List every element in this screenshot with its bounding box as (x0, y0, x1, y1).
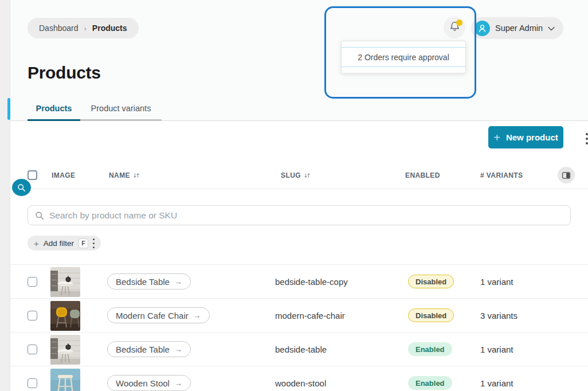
variant-count: 3 variants (480, 311, 518, 320)
product-slug: bedside-table-copy (275, 277, 348, 287)
page-title: Products (28, 63, 101, 83)
user-name: Super Admin (495, 24, 543, 33)
breadcrumb-separator: › (84, 24, 87, 33)
search-input[interactable] (49, 210, 563, 221)
arrow-right-icon: → (174, 277, 182, 286)
row-checkbox[interactable] (28, 378, 37, 388)
column-visibility-button[interactable] (558, 167, 575, 183)
product-name-link[interactable]: Bedside Table → (107, 341, 191, 357)
notifications-button[interactable] (444, 17, 465, 38)
search-icon (35, 211, 44, 220)
row-checkbox[interactable] (28, 277, 37, 287)
status-badge: Disabled (408, 308, 454, 322)
toolbar-kebab-menu[interactable] (583, 131, 588, 147)
product-slug: wooden-stool (275, 378, 326, 388)
new-product-button[interactable]: + New product (488, 126, 563, 148)
arrow-right-icon: → (174, 345, 182, 354)
breadcrumb-products[interactable]: Products (92, 24, 127, 33)
status-badge: Enabled (408, 342, 452, 356)
product-name-link[interactable]: Modern Cafe Chair → (107, 307, 210, 323)
header-separator (10, 189, 588, 189)
product-image[interactable] (50, 267, 80, 297)
column-header-slug[interactable]: SLUG (281, 171, 311, 179)
variant-count: 1 variant (480, 378, 513, 388)
column-header-name[interactable]: NAME (109, 171, 140, 179)
row-checkbox[interactable] (28, 311, 37, 320)
table-row: Modern Cafe Chair → modern-cafe-chair Di… (10, 298, 588, 332)
notification-item[interactable]: 2 Orders require approval (342, 47, 465, 67)
arrow-right-icon: → (174, 378, 182, 388)
column-header-enabled: ENABLED (405, 171, 440, 179)
sidebar-edge (0, 0, 10, 391)
breadcrumb-dashboard[interactable]: Dashboard (39, 24, 79, 33)
search-bar (28, 205, 571, 225)
sort-icon (304, 172, 311, 179)
notification-dot (456, 19, 462, 26)
columns-icon (562, 171, 571, 180)
column-header-image: IMAGE (52, 171, 75, 179)
avatar (475, 21, 490, 36)
filter-kebab-menu[interactable] (93, 238, 95, 248)
table-header-row: IMAGE NAME SLUG ENABLED # VARIANTS (10, 162, 588, 189)
products-panel: + New product IMAGE NAME SLUG ENABLED # … (10, 121, 588, 391)
arrow-right-icon: → (193, 311, 201, 320)
row-checkbox[interactable] (28, 345, 37, 354)
sort-icon (133, 172, 140, 179)
plus-icon: + (34, 239, 39, 248)
chevron-down-icon (548, 23, 555, 33)
notification-dropdown: 2 Orders require approval (341, 41, 466, 73)
product-name-link[interactable]: Wooden Stool → (107, 375, 191, 391)
table-row: Bedside Table → bedside-table-copy Disab… (10, 264, 588, 298)
product-slug: bedside-table (275, 345, 327, 354)
add-filter-button[interactable]: + Add filter F (28, 236, 101, 251)
product-image[interactable] (50, 369, 80, 391)
product-slug: modern-cafe-chair (275, 311, 345, 320)
select-all-checkbox[interactable] (28, 170, 37, 180)
tab-product-variants[interactable]: Product variants (80, 97, 162, 121)
shortcut-key-badge: F (79, 238, 88, 248)
variant-count: 1 variant (480, 277, 513, 287)
product-name-link[interactable]: Bedside Table → (107, 273, 191, 290)
table-body: Bedside Table → bedside-table-copy Disab… (10, 264, 588, 391)
user-menu[interactable]: Super Admin (471, 17, 563, 39)
breadcrumb: Dashboard › Products (28, 18, 139, 38)
variant-count: 1 variant (480, 345, 513, 354)
products-page: Dashboard › Products Super Admin 2 Order… (0, 0, 588, 391)
column-header-variants: # VARIANTS (480, 171, 523, 179)
search-fab-button[interactable] (12, 179, 31, 196)
table-row: Wooden Stool → wooden-stool Enabled 1 va… (10, 366, 588, 391)
table-row: Bedside Table → bedside-table Enabled 1 … (10, 332, 588, 366)
plus-icon: + (493, 132, 500, 143)
status-badge: Disabled (408, 275, 454, 288)
status-badge: Enabled (408, 376, 452, 390)
tab-products[interactable]: Products (28, 97, 80, 121)
product-image[interactable] (50, 301, 80, 331)
tab-bar: Products Product variants (10, 97, 588, 121)
product-image[interactable] (50, 335, 80, 365)
